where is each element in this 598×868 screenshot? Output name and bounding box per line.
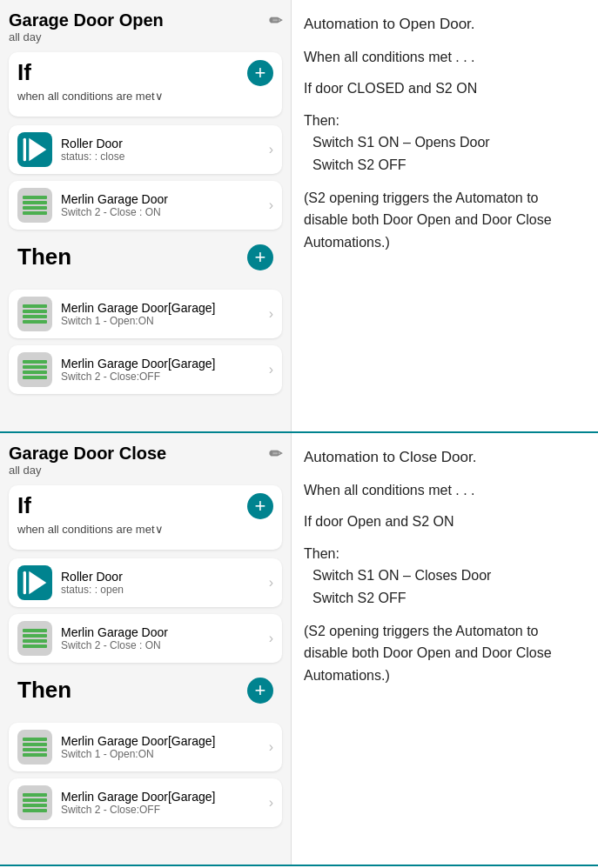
device-info: Merlin Garage Door[Garage]Switch 2 - Clo… — [61, 790, 269, 816]
left-panel-garage-door-close: Garage Door Closeall dayIf+when all cond… — [0, 433, 292, 865]
left-panel-garage-door-open: Garage Door Openall dayIf+when all condi… — [0, 0, 292, 431]
svg-rect-0 — [24, 138, 26, 162]
then-header: Then+ — [17, 677, 273, 704]
when-conditions-label: when all conditions are met∨ — [17, 523, 273, 536]
right-if-label: If door CLOSED and S2 ON — [304, 78, 586, 99]
action-row-1[interactable]: Merlin Garage Door[Garage]Switch 2 - Clo… — [9, 778, 282, 827]
right-then-line-1: Switch S2 OFF — [304, 154, 586, 177]
if-block: If+when all conditions are met∨ — [9, 485, 282, 550]
action-row-0[interactable]: Merlin Garage Door[Garage]Switch 1 - Ope… — [9, 290, 282, 338]
device-name: Merlin Garage Door[Garage] — [61, 734, 269, 748]
device-name: Merlin Garage Door — [61, 192, 269, 206]
chevron-right-icon: › — [269, 631, 273, 646]
all-day-label: all day — [9, 30, 282, 43]
if-header: If+ — [17, 59, 273, 86]
device-sub: status: : open — [61, 584, 269, 596]
right-then-section: Then:Switch S1 ON – Closes DoorSwitch S2… — [304, 543, 586, 610]
device-info: Merlin Garage Door[Garage]Switch 1 - Ope… — [61, 734, 269, 760]
then-label: Then — [17, 677, 71, 704]
if-label: If — [17, 59, 31, 86]
right-then-title: Then: — [304, 110, 586, 132]
right-note-text: (S2 opening triggers the Automaton to di… — [304, 187, 586, 254]
right-when-label: When all conditions met . . . — [304, 47, 586, 68]
edit-button[interactable] — [269, 11, 282, 30]
roller-door-icon — [17, 565, 52, 600]
garage-door-icon — [17, 188, 52, 223]
if-block: If+when all conditions are met∨ — [9, 52, 282, 117]
action-row-1[interactable]: Merlin Garage Door[Garage]Switch 2 - Clo… — [9, 345, 282, 394]
if-add-button[interactable]: + — [247, 493, 273, 519]
device-name: Merlin Garage Door[Garage] — [61, 790, 269, 804]
device-sub: Switch 2 - Close:OFF — [61, 371, 269, 383]
right-when-label: When all conditions met . . . — [304, 480, 586, 501]
automation-title: Garage Door Open — [9, 10, 164, 30]
garage-door-action-icon — [17, 297, 52, 331]
right-title: Automation to Open Door. — [304, 14, 586, 35]
automation-title-row: Garage Door Close — [9, 444, 282, 464]
chevron-right-icon: › — [269, 575, 273, 591]
right-when-section: When all conditions met . . . — [304, 480, 586, 501]
automation-title: Garage Door Close — [9, 444, 166, 464]
device-sub: Switch 1 - Open:ON — [61, 748, 269, 760]
device-sub: Switch 2 - Close : ON — [61, 206, 269, 218]
condition-row-0[interactable]: Roller Doorstatus: : open› — [9, 558, 282, 607]
right-note-section: (S2 opening triggers the Automaton to di… — [304, 620, 586, 687]
right-note-text: (S2 opening triggers the Automaton to di… — [304, 620, 586, 687]
if-add-button[interactable]: + — [247, 60, 273, 86]
device-name: Roller Door — [61, 137, 269, 150]
device-sub: status: : close — [61, 150, 269, 163]
if-label: If — [17, 492, 31, 519]
then-add-button[interactable]: + — [247, 678, 273, 704]
device-info: Merlin Garage Door[Garage]Switch 1 - Ope… — [61, 301, 269, 327]
garage-door-icon — [17, 621, 52, 656]
device-info: Roller Doorstatus: : close — [61, 137, 269, 163]
device-sub: Switch 2 - Close : ON — [61, 639, 269, 651]
garage-door-action-icon — [17, 352, 52, 387]
right-if-label: If door Open and S2 ON — [304, 511, 586, 532]
garage-door-action-icon — [17, 785, 52, 820]
garage-door-action-icon — [17, 730, 52, 765]
condition-row-0[interactable]: Roller Doorstatus: : close› — [9, 125, 282, 174]
automation-section-garage-door-open: Garage Door Openall dayIf+when all condi… — [0, 0, 598, 433]
right-title: Automation to Close Door. — [304, 447, 586, 468]
if-header: If+ — [17, 492, 273, 519]
roller-door-icon — [17, 132, 52, 167]
device-info: Merlin Garage Door[Garage]Switch 2 - Clo… — [61, 357, 269, 383]
device-sub: Switch 1 - Open:ON — [61, 315, 269, 327]
action-row-0[interactable]: Merlin Garage Door[Garage]Switch 1 - Ope… — [9, 723, 282, 771]
edit-button[interactable] — [269, 444, 282, 464]
svg-marker-1 — [29, 138, 46, 162]
device-info: Merlin Garage DoorSwitch 2 - Close : ON — [61, 192, 269, 218]
device-name: Merlin Garage Door — [61, 625, 269, 639]
device-name: Merlin Garage Door[Garage] — [61, 301, 269, 315]
right-then-line-1: Switch S2 OFF — [304, 587, 586, 610]
then-block: Then+ — [9, 670, 282, 714]
chevron-right-icon: › — [269, 306, 273, 322]
device-info: Merlin Garage DoorSwitch 2 - Close : ON — [61, 625, 269, 651]
then-block: Then+ — [9, 237, 282, 281]
chevron-right-icon: › — [269, 197, 273, 213]
right-then-section: Then:Switch S1 ON – Opens DoorSwitch S2 … — [304, 110, 586, 177]
right-panel-garage-door-open: Automation to Open Door.When all conditi… — [292, 0, 598, 431]
right-panel-garage-door-close: Automation to Close Door.When all condit… — [292, 433, 598, 865]
right-if-section: If door Open and S2 ON — [304, 511, 586, 532]
then-header: Then+ — [17, 244, 273, 270]
device-info: Roller Doorstatus: : open — [61, 570, 269, 596]
right-then-title: Then: — [304, 543, 586, 565]
automation-section-garage-door-close: Garage Door Closeall dayIf+when all cond… — [0, 433, 598, 866]
device-sub: Switch 2 - Close:OFF — [61, 804, 269, 816]
condition-row-1[interactable]: Merlin Garage DoorSwitch 2 - Close : ON› — [9, 181, 282, 230]
then-add-button[interactable]: + — [247, 244, 273, 270]
right-if-section: If door CLOSED and S2 ON — [304, 78, 586, 99]
chevron-right-icon: › — [269, 739, 273, 755]
right-then-line-0: Switch S1 ON – Closes Door — [304, 564, 586, 587]
condition-row-1[interactable]: Merlin Garage DoorSwitch 2 - Close : ON› — [9, 614, 282, 663]
chevron-right-icon: › — [269, 142, 273, 157]
svg-marker-3 — [29, 571, 46, 595]
then-label: Then — [17, 244, 71, 270]
chevron-right-icon: › — [269, 795, 273, 811]
right-note-section: (S2 opening triggers the Automaton to di… — [304, 187, 586, 254]
when-conditions-label: when all conditions are met∨ — [17, 90, 273, 103]
right-then-line-0: Switch S1 ON – Opens Door — [304, 131, 586, 154]
device-name: Merlin Garage Door[Garage] — [61, 357, 269, 371]
